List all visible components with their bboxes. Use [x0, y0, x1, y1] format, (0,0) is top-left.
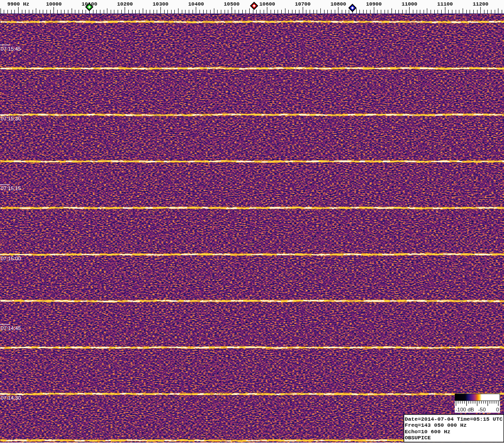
svg-text:07:15:00: 07:15:00	[1, 256, 21, 261]
svg-text:-50: -50	[478, 407, 486, 412]
svg-text:11200: 11200	[473, 1, 489, 7]
svg-text:07:14:30: 07:14:30	[1, 395, 21, 401]
svg-text:11000: 11000	[402, 1, 418, 7]
svg-text:10000: 10000	[46, 1, 62, 7]
svg-text:07:15:30: 07:15:30	[1, 116, 21, 121]
svg-text:0: 0	[496, 407, 499, 412]
svg-text:10400: 10400	[188, 1, 204, 7]
svg-text:10500: 10500	[224, 1, 239, 7]
svg-text:OBSUPICE: OBSUPICE	[405, 435, 431, 441]
svg-text:9900 Hz: 9900 Hz	[7, 1, 29, 7]
svg-text:10200: 10200	[117, 1, 133, 7]
svg-text:Freq=143 050 000 Hz: Freq=143 050 000 Hz	[405, 422, 467, 429]
svg-text:07:15:45: 07:15:45	[1, 46, 21, 52]
svg-text:07:14:45: 07:14:45	[1, 325, 21, 331]
svg-text:10800: 10800	[331, 1, 346, 7]
svg-text:10900: 10900	[366, 1, 382, 7]
svg-text:Date=2014-07-04 Time=05:15 UTC: Date=2014-07-04 Time=05:15 UTC	[405, 416, 503, 423]
svg-text:11100: 11100	[437, 1, 453, 7]
svg-text:-100 dB: -100 dB	[456, 407, 475, 412]
svg-text:Echo=10 600 Hz: Echo=10 600 Hz	[405, 429, 451, 435]
svg-text:10300: 10300	[153, 1, 168, 7]
svg-text:10600: 10600	[259, 1, 275, 7]
svg-text:07:15:15: 07:15:15	[1, 185, 21, 191]
svg-text:10700: 10700	[295, 1, 311, 7]
